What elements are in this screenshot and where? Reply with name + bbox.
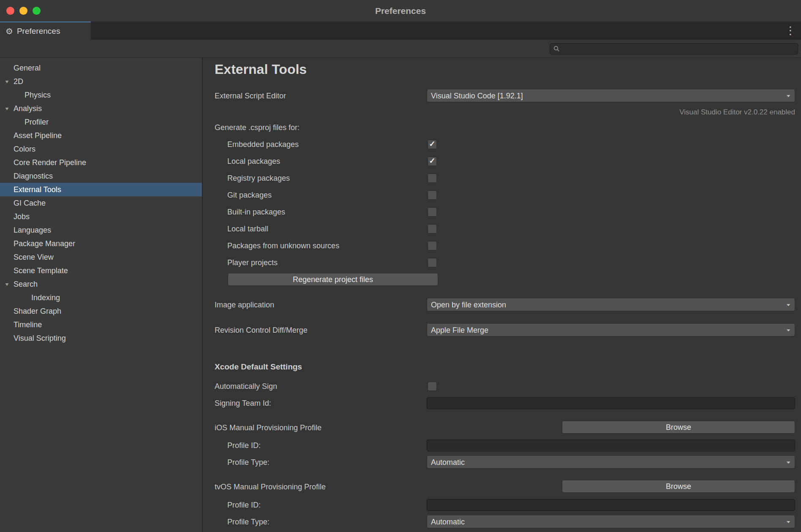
regenerate-project-files-button[interactable]: Regenerate project files <box>228 274 438 286</box>
tvos-profile-type-label: Profile Type: <box>227 518 270 527</box>
sidebar-item-diagnostics[interactable]: Diagnostics <box>0 169 202 183</box>
editor-version-note: Visual Studio Editor v2.0.22 enabled <box>679 108 795 117</box>
sidebar-item-2d[interactable]: ▼2D <box>0 75 202 88</box>
sidebar-item-label: Visual Scripting <box>14 334 66 343</box>
checkbox-label: Embedded packages <box>227 140 299 149</box>
sidebar-item-jobs[interactable]: Jobs <box>0 210 202 223</box>
sidebar-item-shader-graph[interactable]: Shader Graph <box>0 304 202 318</box>
sidebar-item-label: Diagnostics <box>14 172 53 181</box>
tvos-profile-id-row: Profile ID: <box>203 499 801 511</box>
revision-control-label: Revision Control Diff/Merge <box>215 326 308 335</box>
checkmark-icon: ✓ <box>429 157 435 165</box>
auto-sign-label: Automatically Sign <box>215 382 277 391</box>
ios-provisioning-row: iOS Manual Provisioning Profile Browse <box>203 421 801 434</box>
external-script-editor-row: External Script Editor Visual Studio Cod… <box>203 90 801 102</box>
sidebar-item-label: Colors <box>14 145 35 154</box>
tvos-profile-type-dropdown[interactable]: Automatic ▼ <box>427 516 795 528</box>
chevron-down-icon: ▼ <box>785 328 791 332</box>
sidebar-item-languages[interactable]: Languages <box>0 223 202 237</box>
dropdown-value: Automatic <box>431 518 785 527</box>
sidebar-item-general[interactable]: General <box>0 61 202 75</box>
sidebar-item-asset-pipeline[interactable]: Asset Pipeline <box>0 129 202 142</box>
checkbox-registry-packages[interactable]: ✓ <box>428 174 437 183</box>
tvos-provisioning-label: tvOS Manual Provisioning Profile <box>215 482 326 491</box>
titlebar: Preferences <box>0 0 801 22</box>
sidebar-item-profiler[interactable]: Profiler <box>0 115 202 129</box>
sidebar-item-indexing[interactable]: Indexing <box>0 291 202 304</box>
image-application-dropdown[interactable]: Open by file extension ▼ <box>427 299 795 311</box>
checkbox-git-packages[interactable]: ✓ <box>428 190 437 200</box>
sidebar-item-colors[interactable]: Colors <box>0 142 202 156</box>
tvos-profile-id-input[interactable] <box>427 499 795 511</box>
sidebar-item-label: 2D <box>14 77 23 86</box>
csproj-row-unknown-sources: Packages from unknown sources ✓ <box>203 239 801 252</box>
checkbox-unknown-sources[interactable]: ✓ <box>428 241 437 250</box>
ios-profile-type-row: Profile Type: Automatic ▼ <box>203 456 801 469</box>
ios-profile-id-input[interactable] <box>427 440 795 451</box>
chevron-down-icon: ▼ <box>785 94 791 98</box>
gear-icon: ⚙ <box>5 27 13 35</box>
checkbox-automatically-sign[interactable]: ✓ <box>428 382 437 391</box>
revision-control-row: Revision Control Diff/Merge Apple File M… <box>203 324 801 337</box>
sidebar: General ▼2D Physics ▼Analysis Profiler A… <box>0 58 202 532</box>
regenerate-row: Regenerate project files <box>203 274 801 286</box>
sidebar-item-scene-view[interactable]: Scene View <box>0 250 202 264</box>
foldout-arrow-icon[interactable]: ▼ <box>4 282 10 287</box>
checkmark-icon: ✓ <box>429 140 435 148</box>
dropdown-value: Automatic <box>431 458 785 467</box>
sidebar-item-label: Shader Graph <box>14 307 61 316</box>
sidebar-item-core-render-pipeline[interactable]: Core Render Pipeline <box>0 156 202 169</box>
sidebar-item-search[interactable]: ▼Search <box>0 277 202 291</box>
xcode-heading-row: Xcode Default Settings <box>203 361 801 373</box>
checkbox-local-tarball[interactable]: ✓ <box>428 224 437 233</box>
sidebar-item-visual-scripting[interactable]: Visual Scripting <box>0 331 202 345</box>
csproj-row-player-projects: Player projects ✓ <box>203 256 801 269</box>
csproj-row-built-in-packages: Built-in packages ✓ <box>203 206 801 218</box>
preferences-window: Preferences ⚙ Preferences ⋮ General ▼2D … <box>0 0 801 532</box>
checkbox-embedded-packages[interactable]: ✓ <box>428 140 437 149</box>
sidebar-item-label: Scene View <box>14 253 54 262</box>
external-script-editor-dropdown[interactable]: Visual Studio Code [1.92.1] ▼ <box>427 90 795 102</box>
content-panel: External Tools External Script Editor Vi… <box>203 58 801 532</box>
sidebar-item-label: Physics <box>25 91 51 100</box>
tvos-browse-button[interactable]: Browse <box>562 480 795 493</box>
dropdown-value: Apple File Merge <box>431 326 785 335</box>
ios-browse-button[interactable]: Browse <box>562 421 795 434</box>
external-script-editor-label: External Script Editor <box>215 92 286 100</box>
revision-control-dropdown[interactable]: Apple File Merge ▼ <box>427 324 795 337</box>
tvos-profile-id-label: Profile ID: <box>227 501 261 510</box>
sidebar-item-label: Timeline <box>14 320 42 329</box>
sidebar-item-label: Scene Template <box>14 266 68 275</box>
sidebar-item-package-manager[interactable]: Package Manager <box>0 237 202 250</box>
ios-provisioning-label: iOS Manual Provisioning Profile <box>215 423 321 432</box>
sidebar-item-physics[interactable]: Physics <box>0 88 202 102</box>
sidebar-item-external-tools[interactable]: External Tools <box>0 183 202 196</box>
sidebar-item-label: Analysis <box>14 104 42 113</box>
sidebar-item-label: Asset Pipeline <box>14 131 62 140</box>
search-box[interactable] <box>550 43 798 54</box>
ios-profile-type-dropdown[interactable]: Automatic ▼ <box>427 456 795 469</box>
sidebar-item-label: Profiler <box>25 118 49 127</box>
sidebar-item-label: Jobs <box>14 212 30 221</box>
sidebar-item-timeline[interactable]: Timeline <box>0 318 202 331</box>
kebab-menu-icon[interactable]: ⋮ <box>785 22 796 40</box>
sidebar-item-analysis[interactable]: ▼Analysis <box>0 102 202 115</box>
checkbox-label: Local packages <box>227 157 280 166</box>
checkbox-local-packages[interactable]: ✓ <box>428 157 437 166</box>
foldout-arrow-icon[interactable]: ▼ <box>4 79 10 84</box>
sidebar-item-label: General <box>14 64 41 73</box>
dropdown-value: Open by file extension <box>431 301 785 309</box>
checkbox-player-projects[interactable]: ✓ <box>428 258 437 267</box>
sidebar-item-gi-cache[interactable]: GI Cache <box>0 196 202 210</box>
checkbox-built-in-packages[interactable]: ✓ <box>428 207 437 217</box>
search-input[interactable] <box>563 45 794 53</box>
auto-sign-row: Automatically Sign ✓ <box>203 380 801 393</box>
signing-team-id-input[interactable] <box>427 397 795 409</box>
image-application-row: Image application Open by file extension… <box>203 299 801 311</box>
csproj-header-row: Generate .csproj files for: <box>203 121 801 134</box>
sidebar-item-scene-template[interactable]: Scene Template <box>0 264 202 277</box>
toolbar <box>0 40 801 58</box>
csproj-label: Generate .csproj files for: <box>215 123 300 132</box>
tab-preferences[interactable]: ⚙ Preferences <box>0 22 91 40</box>
foldout-arrow-icon[interactable]: ▼ <box>4 106 10 111</box>
